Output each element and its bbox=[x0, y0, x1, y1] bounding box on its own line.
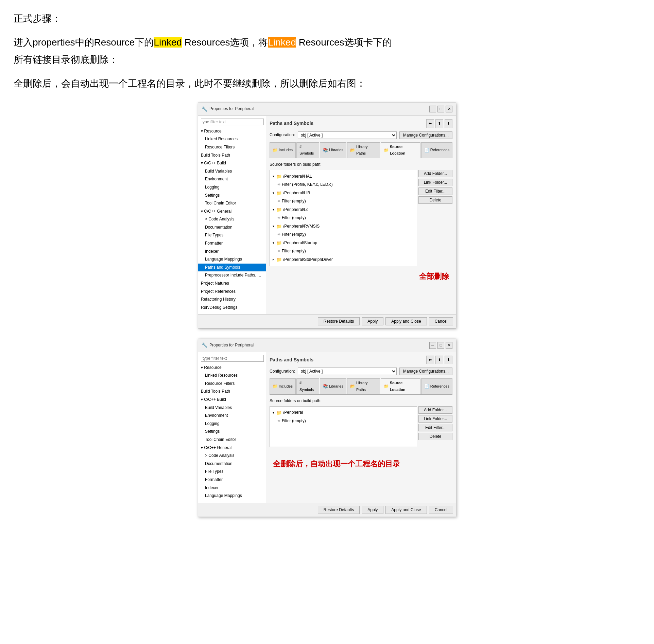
tree-item[interactable]: Documentation bbox=[198, 460, 266, 468]
link-folder----button[interactable]: Link Folder... bbox=[418, 415, 452, 423]
tab-library-paths[interactable]: 📂Library Paths bbox=[347, 142, 380, 158]
config-select[interactable]: obj [ Active ] bbox=[298, 131, 397, 139]
dialog2-apply-close-button[interactable]: Apply and Close bbox=[385, 506, 427, 514]
dialog2-nav-fwd-button[interactable]: ⬆ bbox=[435, 356, 443, 364]
tree-item[interactable]: Resource Filters bbox=[198, 143, 266, 151]
dialog2-close-button[interactable]: ✕ bbox=[446, 342, 452, 349]
tree-item[interactable]: Environment bbox=[198, 412, 266, 420]
apply-button[interactable]: Apply bbox=[362, 317, 383, 325]
tree-item[interactable]: ▾ C/C++ Build bbox=[198, 159, 266, 167]
close-button[interactable]: ✕ bbox=[446, 106, 452, 112]
dialog2-cancel-button[interactable]: Cancel bbox=[429, 506, 453, 514]
dialog2-restore-defaults-button[interactable]: Restore Defaults bbox=[318, 506, 360, 514]
tree-entry[interactable]: ▾📁/Peripheral/HAL bbox=[272, 172, 415, 181]
minimize-button[interactable]: ─ bbox=[429, 106, 436, 112]
tree-item[interactable]: Project Natures bbox=[198, 280, 266, 288]
tree-item[interactable]: Environment bbox=[198, 175, 266, 183]
tree-entry[interactable]: ✳Filter (empty) bbox=[272, 231, 415, 239]
tree-entry[interactable]: ▾📁/Peripheral/LIB bbox=[272, 189, 415, 197]
delete-button[interactable]: Delete bbox=[418, 433, 452, 440]
dialog2-nav-back-button[interactable]: ⬅ bbox=[426, 356, 434, 364]
tree-item[interactable]: Language Mappings bbox=[198, 492, 266, 500]
maximize-button[interactable]: □ bbox=[437, 106, 444, 112]
restore-defaults-button[interactable]: Restore Defaults bbox=[318, 317, 360, 325]
tree-item[interactable]: Build Tools Path bbox=[198, 388, 266, 396]
tree-item[interactable]: Run/Debug Settings bbox=[198, 304, 266, 312]
tree-entry[interactable]: ▾📁/Peripheral/RVMSIS bbox=[272, 222, 415, 231]
tree-item[interactable]: Formatter bbox=[198, 239, 266, 248]
tree-entry[interactable]: ▾📁/Peripheral/Startup bbox=[272, 239, 415, 247]
tree-item[interactable]: ▾ C/C++ Build bbox=[198, 396, 266, 404]
tree-item[interactable]: Indexer bbox=[198, 248, 266, 256]
tab-library-paths[interactable]: 📂Library Paths bbox=[347, 378, 380, 394]
tree-item[interactable]: Project References bbox=[198, 288, 266, 296]
tree-item[interactable]: ▾ Resource bbox=[198, 127, 266, 136]
add-folder----button[interactable]: Add Folder... bbox=[418, 170, 452, 177]
tree-item[interactable]: > Code Analysis bbox=[198, 452, 266, 460]
dialog2-nav-down-button[interactable]: ⬇ bbox=[445, 356, 452, 364]
tree-entry[interactable]: ✳Filter (empty) bbox=[272, 197, 415, 205]
tree-entry[interactable]: ✳Filter (empty) bbox=[272, 417, 415, 425]
tab-source-location[interactable]: 📁Source Location bbox=[381, 378, 420, 394]
dialog2-config-select[interactable]: obj [ Active ] bbox=[298, 368, 397, 375]
tab-libraries[interactable]: 📚Libraries bbox=[320, 142, 346, 158]
tree-item[interactable]: ▾ C/C++ General bbox=[198, 444, 266, 452]
tab-references[interactable]: 📄References bbox=[421, 142, 452, 158]
tree-item[interactable]: Linked Resources bbox=[198, 372, 266, 380]
dialog2-manage-configurations-button[interactable]: Manage Configurations... bbox=[399, 368, 452, 375]
tree-entry[interactable]: ✳Filter (Profile, KEY.c, LED.c) bbox=[272, 181, 415, 189]
apply-close-button[interactable]: Apply and Close bbox=[385, 317, 427, 325]
tree-item[interactable]: Settings bbox=[198, 192, 266, 200]
tree-item[interactable]: > Code Analysis bbox=[198, 215, 266, 223]
nav-down-button[interactable]: ⬇ bbox=[445, 119, 452, 128]
tree-item[interactable]: Build Variables bbox=[198, 404, 266, 412]
tree-item[interactable]: Logging bbox=[198, 420, 266, 428]
tree-item[interactable]: Language Mappings bbox=[198, 255, 266, 264]
edit-filter----button[interactable]: Edit Filter... bbox=[418, 424, 452, 431]
add-folder----button[interactable]: Add Folder... bbox=[418, 406, 452, 414]
folder-icon: 📁 bbox=[276, 409, 282, 417]
tree-item[interactable]: Formatter bbox=[198, 476, 266, 484]
tree-item[interactable]: File Types bbox=[198, 231, 266, 239]
tree-item[interactable]: Resource Filters bbox=[198, 380, 266, 388]
tree-entry[interactable]: ✳Filter (empty) bbox=[272, 214, 415, 222]
tree-item[interactable]: Documentation bbox=[198, 223, 266, 232]
nav-back-button[interactable]: ⬅ bbox=[426, 119, 434, 128]
dialog2-filter-input[interactable] bbox=[201, 355, 264, 362]
tree-item[interactable]: Settings bbox=[198, 428, 266, 436]
tab-libraries[interactable]: 📚Libraries bbox=[320, 378, 346, 394]
tree-entry[interactable]: ✳Filter (empty) bbox=[272, 247, 415, 255]
tree-entry[interactable]: ▸📁/Peripheral/StdPeriphDriver bbox=[272, 255, 415, 264]
tab---symbols[interactable]: # Symbols bbox=[296, 142, 319, 158]
filter-input[interactable] bbox=[201, 119, 264, 125]
tab-includes[interactable]: 📁Includes bbox=[270, 378, 296, 394]
tree-entry[interactable]: ▾📁/Peripheral bbox=[272, 409, 415, 417]
tab---symbols[interactable]: # Symbols bbox=[296, 378, 319, 394]
tree-item[interactable]: ▾ C/C++ General bbox=[198, 208, 266, 216]
tree-item[interactable]: Linked Resources bbox=[198, 135, 266, 143]
tree-item[interactable]: Indexer bbox=[198, 484, 266, 492]
tree-item[interactable]: Refactoring History bbox=[198, 296, 266, 304]
tree-item[interactable]: ▾ Resource bbox=[198, 364, 266, 372]
manage-configurations-button[interactable]: Manage Configurations... bbox=[399, 131, 452, 139]
tree-item[interactable]: Preprocessor Include Paths, Mac bbox=[198, 271, 266, 280]
tab-includes[interactable]: 📁Includes bbox=[270, 142, 296, 158]
link-folder----button[interactable]: Link Folder... bbox=[418, 179, 452, 186]
dialog2-minimize-button[interactable]: ─ bbox=[429, 342, 436, 349]
tree-item[interactable]: Paths and Symbols bbox=[198, 264, 266, 272]
tree-entry[interactable]: ▾📁/Peripheral/Ld bbox=[272, 205, 415, 214]
edit-filter----button[interactable]: Edit Filter... bbox=[418, 187, 452, 195]
tree-item[interactable]: Tool Chain Editor bbox=[198, 199, 266, 208]
tree-item[interactable]: Build Variables bbox=[198, 167, 266, 176]
tab-references[interactable]: 📄References bbox=[421, 378, 452, 394]
dialog2-apply-button[interactable]: Apply bbox=[362, 506, 383, 514]
cancel-button[interactable]: Cancel bbox=[429, 317, 453, 325]
delete-button[interactable]: Delete bbox=[418, 196, 452, 204]
tree-item[interactable]: Logging bbox=[198, 183, 266, 192]
nav-fwd-button[interactable]: ⬆ bbox=[435, 119, 443, 128]
tree-item[interactable]: Build Tools Path bbox=[198, 151, 266, 160]
dialog2-maximize-button[interactable]: □ bbox=[437, 342, 444, 349]
tree-item[interactable]: Tool Chain Editor bbox=[198, 436, 266, 444]
tree-item[interactable]: File Types bbox=[198, 468, 266, 476]
tab-source-location[interactable]: 📁Source Location bbox=[381, 142, 420, 158]
